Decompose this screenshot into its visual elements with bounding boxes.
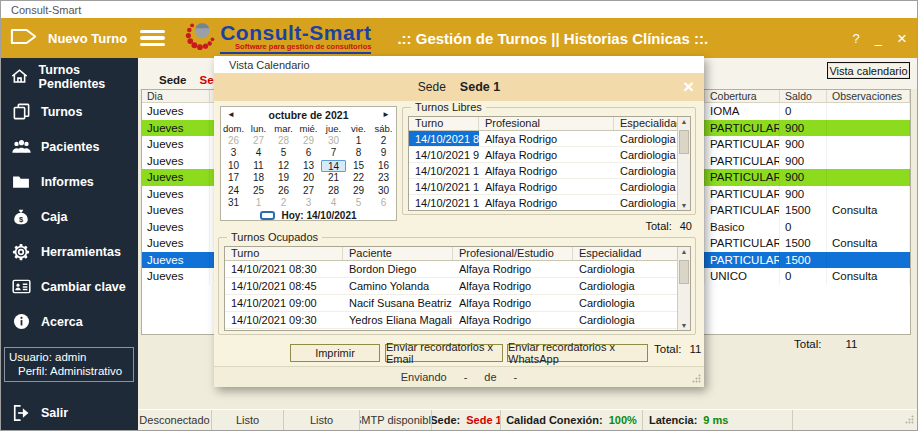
list-column-header[interactable]: Profesional/Estudio xyxy=(453,247,573,260)
enviar-email-button[interactable]: Enviar recordatorios x Email xyxy=(385,344,503,362)
calendar-day[interactable]: 20 xyxy=(296,172,321,184)
calendar-day[interactable]: 23 xyxy=(371,172,396,184)
calendar-day-selected[interactable]: 14 xyxy=(321,160,346,172)
list-item[interactable]: 14/10/2021 9:15Alfaya RodrigoCardiologia xyxy=(409,147,690,163)
calendar-day[interactable]: 19 xyxy=(271,172,296,184)
list-cell: Cardiologia xyxy=(614,179,678,194)
calendar-day[interactable]: 28 xyxy=(321,185,346,197)
table-cell: PARTICULAR xyxy=(705,169,780,186)
calendar-day[interactable]: 12 xyxy=(271,160,296,172)
vertical-scrollbar[interactable]: ▲▼ xyxy=(677,117,690,210)
sidebar-item-pacientes[interactable]: Pacientes xyxy=(1,133,138,160)
calendar-day[interactable]: 21 xyxy=(321,172,346,184)
sidebar-item-acerca[interactable]: Acerca xyxy=(1,308,138,335)
calendar-day[interactable]: 5 xyxy=(346,197,371,209)
list-item[interactable]: 14/10/2021 09:30Yedros Eliana MagaliAlfa… xyxy=(225,312,690,329)
scroll-down-icon[interactable]: ▼ xyxy=(678,202,690,209)
sidebar-item-turnos-pendientes[interactable]: Turnos Pendientes xyxy=(1,63,138,90)
close-button[interactable]: × xyxy=(897,32,907,45)
list-item[interactable]: 14/10/2021 09:00Nacif Susana BeatrizAlfa… xyxy=(225,295,690,312)
nuevo-turno-button[interactable]: Nuevo Turno xyxy=(9,27,127,49)
calendar-day[interactable]: 26 xyxy=(221,135,246,147)
calendar-day[interactable]: 26 xyxy=(271,185,296,197)
list-header[interactable]: TurnoProfesionalEspecialidad xyxy=(409,117,690,131)
calendar-day[interactable]: 1 xyxy=(346,135,371,147)
calendar-day-name: jue. xyxy=(321,123,346,134)
list-item[interactable]: 14/10/2021 09:45Villarrubia MarcosAlfaya… xyxy=(225,329,690,331)
calendar-day[interactable]: 5 xyxy=(271,147,296,159)
sidebar-item-informes[interactable]: Informes xyxy=(1,168,138,195)
scroll-thumb[interactable] xyxy=(679,260,689,284)
calendar-prev-icon[interactable]: ◄ xyxy=(227,110,235,119)
sidebar-item-salir[interactable]: Salir xyxy=(1,399,138,426)
turnos-ocupados-table: TurnoPacienteProfesional/EstudioEspecial… xyxy=(224,246,691,331)
sidebar-item-turnos[interactable]: Turnos xyxy=(1,98,138,125)
today-label[interactable]: Hoy: 14/10/2021 xyxy=(281,210,356,221)
calendar-day[interactable]: 24 xyxy=(221,185,246,197)
list-column-header[interactable]: Turno xyxy=(225,247,343,260)
calendar-day[interactable]: 27 xyxy=(296,185,321,197)
resize-grip-icon[interactable] xyxy=(905,414,914,426)
list-header[interactable]: TurnoPacienteProfesional/EstudioEspecial… xyxy=(225,247,690,261)
scroll-down-icon[interactable]: ▼ xyxy=(678,322,690,329)
list-column-header[interactable]: Especialidad xyxy=(573,247,678,260)
list-column-header[interactable]: Especialidad xyxy=(614,117,678,130)
calendar-day[interactable]: 27 xyxy=(246,135,271,147)
resize-grip-icon[interactable] xyxy=(692,373,701,385)
calendar-day[interactable]: 3 xyxy=(296,197,321,209)
calendar-day[interactable]: 25 xyxy=(246,185,271,197)
calendar-day[interactable]: 18 xyxy=(246,172,271,184)
calendar-day[interactable]: 4 xyxy=(246,147,271,159)
list-column-header[interactable]: Paciente xyxy=(343,247,453,260)
imprimir-button[interactable]: Imprimir xyxy=(290,344,380,362)
calendar-day[interactable]: 2 xyxy=(271,197,296,209)
calendar-day[interactable]: 8 xyxy=(346,147,371,159)
calendar-day[interactable]: 22 xyxy=(346,172,371,184)
calendar-next-icon[interactable]: ► xyxy=(382,110,390,119)
calendar-day[interactable]: 29 xyxy=(296,135,321,147)
calendar-day[interactable]: 6 xyxy=(371,197,396,209)
calendar-day[interactable]: 29 xyxy=(346,185,371,197)
calendar-day[interactable]: 7 xyxy=(321,147,346,159)
calendar-day[interactable]: 30 xyxy=(371,185,396,197)
calendar-day[interactable]: 13 xyxy=(296,160,321,172)
list-column-header[interactable]: Profesional xyxy=(479,117,614,130)
calendar-day[interactable]: 3 xyxy=(221,147,246,159)
calendar-day[interactable]: 10 xyxy=(221,160,246,172)
help-button[interactable]: ? xyxy=(853,31,860,46)
calendar-day[interactable]: 30 xyxy=(321,135,346,147)
calendar-day[interactable]: 16 xyxy=(371,160,396,172)
list-column-header[interactable]: Turno xyxy=(409,117,479,130)
list-item[interactable]: 14/10/2021 08:45Camino YolandaAlfaya Rod… xyxy=(225,278,690,295)
list-item[interactable]: 14/10/2021 10:15Alfaya RodrigoCardiologi… xyxy=(409,163,690,179)
hamburger-menu-icon[interactable] xyxy=(140,27,165,50)
calendar-day[interactable]: 15 xyxy=(346,160,371,172)
dialog-close-icon[interactable]: × xyxy=(683,76,694,98)
calendar-day[interactable]: 1 xyxy=(246,197,271,209)
list-item[interactable]: 14/10/2021 08:30Bordon DiegoAlfaya Rodri… xyxy=(225,261,690,278)
calendar-day[interactable]: 17 xyxy=(221,172,246,184)
vertical-scrollbar[interactable]: ▲▼ xyxy=(677,247,690,330)
dialog-titlebar[interactable]: Vista Calendario xyxy=(214,56,704,73)
scroll-up-icon[interactable]: ▲ xyxy=(678,248,690,255)
list-item[interactable]: 14/10/2021 8:15Alfaya RodrigoCardiologia xyxy=(409,131,690,147)
calendar-day[interactable]: 4 xyxy=(321,197,346,209)
list-item[interactable]: 14/10/2021 10:45Alfaya RodrigoCardiologi… xyxy=(409,195,690,211)
sidebar-item-cambiar-clave[interactable]: Cambiar clave xyxy=(1,273,138,300)
vista-calendario-button[interactable]: Vista calendario xyxy=(827,62,910,79)
phone-logo-icon xyxy=(181,18,218,59)
calendar-day[interactable]: 2 xyxy=(371,135,396,147)
list-item[interactable]: 14/10/2021 10:30Alfaya RodrigoCardiologi… xyxy=(409,179,690,195)
calendar-day[interactable]: 31 xyxy=(221,197,246,209)
sidebar-item-herramientas[interactable]: Herramientas xyxy=(1,238,138,265)
table-cell: PARTICULAR xyxy=(705,186,780,203)
scroll-up-icon[interactable]: ▲ xyxy=(678,118,690,125)
sidebar-item-caja[interactable]: $Caja xyxy=(1,203,138,230)
enviar-whatsapp-button[interactable]: Enviar recordatorios x WhatsApp xyxy=(507,344,648,362)
calendar-day[interactable]: 11 xyxy=(246,160,271,172)
calendar-day[interactable]: 28 xyxy=(271,135,296,147)
minimize-button[interactable]: _ xyxy=(875,31,882,46)
calendar-day[interactable]: 6 xyxy=(296,147,321,159)
scroll-thumb[interactable] xyxy=(679,130,689,154)
calendar-day[interactable]: 9 xyxy=(371,147,396,159)
